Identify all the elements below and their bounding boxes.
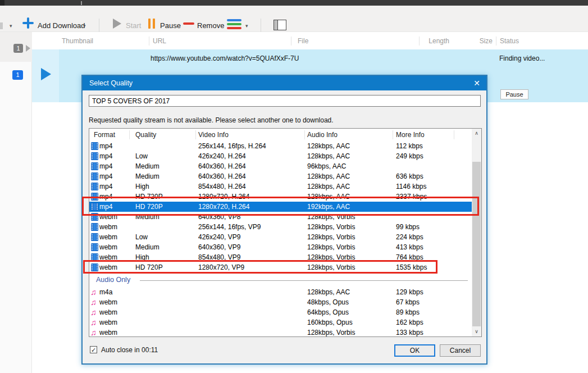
film-icon: [91, 233, 98, 241]
column-separator: [129, 130, 130, 139]
thumbnail-cell: [32, 49, 59, 102]
audio-info-cell: 128kbps, Vorbis: [307, 252, 355, 262]
scrollbar-thumb[interactable]: [472, 162, 481, 326]
row-pause-button[interactable]: Pause: [500, 89, 528, 99]
pause-icon[interactable]: [148, 19, 156, 29]
quality-cell: HD 720P: [135, 202, 163, 212]
scroll-up-icon[interactable]: ∧: [472, 129, 481, 138]
more-info-cell: 89 kbps: [396, 307, 420, 317]
add-download-button[interactable]: Add Download: [38, 21, 85, 30]
sidebar-downloading-badge[interactable]: 1: [12, 70, 23, 80]
cancel-button[interactable]: Cancel: [440, 344, 481, 357]
audio-only-label: Audio Only: [96, 276, 130, 284]
quality-row[interactable]: webmMedium640x360, VP8128kbps, Vorbis: [89, 212, 472, 222]
more-info-cell: 1146 kbps: [396, 181, 427, 192]
close-icon[interactable]: ✕: [473, 79, 480, 88]
format-cell: webm: [99, 222, 117, 232]
col-video-info[interactable]: Video Info: [198, 131, 229, 139]
audio-info-cell: 192kbps, AAC: [307, 202, 350, 212]
format-cell: mp4: [99, 202, 112, 212]
audio-info-cell: 96kbps, AAC: [307, 161, 346, 171]
main-table-header: Thumbnail URL File Length Size Status: [32, 32, 588, 49]
video-info-cell: 1280x720, H.264: [198, 202, 249, 212]
scroll-down-icon[interactable]: ∨: [472, 327, 481, 336]
more-info-cell: 1535 kbps: [396, 262, 427, 272]
film-icon: [91, 213, 98, 221]
chevron-down-icon[interactable]: ▾: [83, 23, 86, 29]
dialog-titlebar[interactable]: Select Quality ✕: [83, 76, 486, 90]
window-titlebar: [0, 0, 588, 6]
remove-button[interactable]: Remove: [197, 21, 224, 30]
quality-row[interactable]: mp4HD 720P1280x720, H.264128kbps, AAC233…: [89, 192, 472, 202]
quality-row[interactable]: mp4Medium640x360, H.26496kbps, AAC: [89, 161, 472, 171]
audio-quality-row[interactable]: ♫webm160kbps, Opus162 kbps: [89, 317, 472, 327]
ok-button[interactable]: OK: [394, 344, 435, 357]
format-cell: webm: [99, 262, 117, 272]
quality-row[interactable]: mp4Medium640x360, H.264128kbps, AAC636 k…: [89, 171, 472, 181]
pause-button[interactable]: Pause: [160, 21, 181, 30]
quality-row[interactable]: webmHD 720P1280x720, VP9128kbps, Vorbis1…: [89, 262, 472, 272]
video-title-input[interactable]: [89, 95, 481, 107]
quality-row[interactable]: webm256x144, 16fps, VP9128kbps, Vorbis99…: [89, 222, 472, 232]
col-format[interactable]: Format: [94, 131, 115, 139]
col-audio-info[interactable]: Audio Info: [307, 131, 338, 139]
video-info-cell: 640x360, H.264: [198, 171, 246, 181]
audio-info-cell: 48kbps, Opus: [307, 297, 349, 307]
sort-lines-icon[interactable]: [227, 19, 241, 29]
film-icon: [91, 152, 98, 160]
dialog-title: Select Quality: [89, 79, 133, 87]
format-cell: mp4: [99, 181, 112, 192]
col-quality[interactable]: Quality: [135, 131, 156, 139]
start-button[interactable]: Start: [126, 21, 141, 30]
column-separator: [291, 37, 291, 46]
format-cell: webm: [99, 297, 117, 307]
audio-quality-row[interactable]: ♫webm128kbps, Vorbis133 kbps: [89, 327, 472, 337]
chevron-down-icon[interactable]: ▾: [10, 23, 12, 29]
format-cell: webm: [99, 317, 117, 327]
quality-row[interactable]: mp4Low426x240, H.264128kbps, AAC249 kbps: [89, 151, 472, 161]
format-cell: webm: [99, 327, 117, 337]
format-cell: m4a: [99, 287, 112, 297]
film-icon: [91, 162, 98, 170]
col-status[interactable]: Status: [500, 37, 519, 45]
quality-row[interactable]: webmHigh854x480, VP9128kbps, Vorbis764 k…: [89, 252, 472, 262]
dialog-message: Requested quality stream is not availabl…: [89, 116, 334, 124]
video-info-cell: 854x480, H.264: [198, 181, 246, 192]
col-more-info[interactable]: More Info: [396, 131, 425, 139]
column-separator: [149, 37, 149, 46]
chevron-down-icon[interactable]: ▾: [245, 23, 248, 29]
sidebar-item-active[interactable]: 1: [0, 32, 32, 62]
more-info-cell: 636 kbps: [396, 171, 423, 181]
sidebar-pointer-icon: [26, 45, 30, 52]
auto-close-checkbox[interactable]: ✓: [90, 346, 97, 353]
audio-info-cell: 160kbps, Opus: [307, 317, 353, 327]
audio-info-cell: 64kbps, Opus: [307, 307, 349, 317]
remove-icon[interactable]: [183, 22, 194, 25]
scrollbar[interactable]: ∧ ∨: [472, 129, 481, 336]
start-icon[interactable]: [113, 19, 121, 29]
quality-cell: High: [135, 252, 149, 262]
col-url[interactable]: URL: [153, 37, 166, 45]
audio-quality-row[interactable]: ♫m4a128kbps, AAC129 kbps: [89, 287, 472, 297]
more-info-cell: 99 kbps: [396, 222, 420, 232]
cut-off-button[interactable]: [0, 22, 3, 29]
col-thumbnail[interactable]: Thumbnail: [62, 37, 93, 45]
audio-quality-row[interactable]: ♫webm48kbps, Opus67 kbps: [89, 297, 472, 307]
quality-row[interactable]: webmMedium640x360, VP9128kbps, Vorbis413…: [89, 242, 472, 252]
col-file[interactable]: File: [298, 37, 308, 45]
audio-info-cell: 128kbps, AAC: [307, 171, 350, 181]
audio-quality-row[interactable]: ♫webm64kbps, Opus89 kbps: [89, 307, 472, 317]
plus-icon[interactable]: [22, 17, 34, 29]
quality-row[interactable]: mp4256x144, 16fps, H.264128kbps, AAC112 …: [89, 141, 472, 151]
col-length[interactable]: Length: [418, 37, 449, 45]
quality-row[interactable]: webmLow426x240, VP9128kbps, Vorbis224 kb…: [89, 232, 472, 242]
toolbar-separator: [99, 19, 99, 32]
quality-row[interactable]: mp4HD 720P1280x720, H.264192kbps, AAC: [89, 202, 472, 212]
panel-layout-icon[interactable]: [274, 20, 286, 30]
format-cell: mp4: [99, 161, 112, 171]
toolbar: ▾ Add Download ▾ Start Pause Remove ▾: [0, 6, 588, 32]
quality-row[interactable]: mp4High854x480, H.264128kbps, AAC1146 kb…: [89, 181, 472, 192]
film-icon: [91, 263, 98, 271]
col-size[interactable]: Size: [466, 37, 493, 45]
quality-cell: High: [135, 181, 149, 192]
